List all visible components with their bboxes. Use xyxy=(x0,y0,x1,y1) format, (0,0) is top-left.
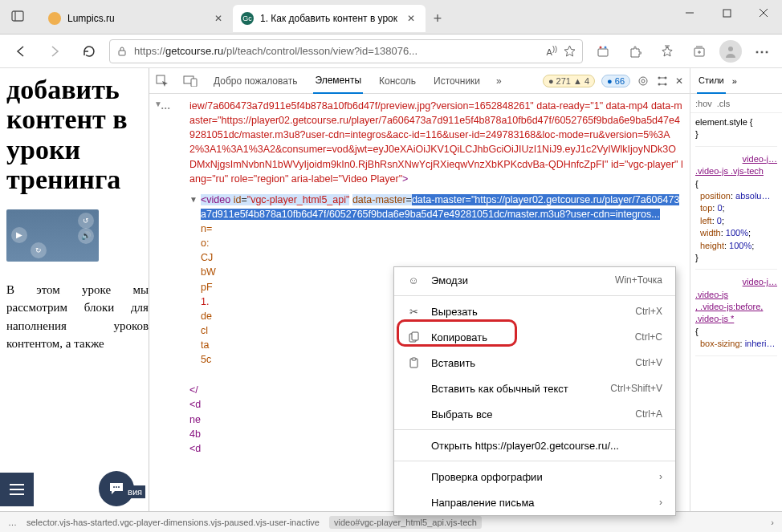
css-selector: .video-js, .video-js:before, .video-js * xyxy=(695,289,777,326)
profile-avatar[interactable] xyxy=(719,40,742,63)
tab-title: Lumpics.ru xyxy=(67,13,206,24)
close-devtools-icon[interactable]: ✕ xyxy=(675,75,683,87)
warnings-badge[interactable]: ● 271 ▲ 4 xyxy=(543,75,595,87)
play-icon[interactable]: ▶ xyxy=(11,227,27,243)
device-icon[interactable] xyxy=(183,75,198,87)
tab-console[interactable]: Консоль xyxy=(377,68,417,94)
paste-icon xyxy=(407,357,420,368)
styles-body[interactable]: element.style { } video-j… .video-js .vj… xyxy=(690,113,782,511)
ctx-select-all[interactable]: Выбрать всеCtrl+A xyxy=(394,401,675,427)
svg-rect-3 xyxy=(723,10,731,17)
more-styles-tabs-icon[interactable]: » xyxy=(732,76,737,86)
menu-hamburger-button[interactable] xyxy=(0,473,34,506)
settings-icon[interactable] xyxy=(637,75,650,87)
dock-icon[interactable] xyxy=(656,75,669,87)
css-source-link[interactable]: video-j… xyxy=(743,154,777,164)
svg-point-24 xyxy=(641,79,645,83)
extensions-icon[interactable] xyxy=(623,39,647,63)
url-text: https://getcourse.ru/pl/teach/control/le… xyxy=(134,45,540,57)
tab-strip: Lumpics.ru ✕ Gc 1. Как добавить контент … xyxy=(0,0,671,32)
back-button[interactable] xyxy=(8,39,34,64)
svg-point-16 xyxy=(728,47,733,51)
css-selector: .video-js .vjs-tech xyxy=(695,165,777,177)
forward-button[interactable] xyxy=(42,39,67,64)
svg-point-23 xyxy=(639,77,647,85)
styles-tabs: Стили » xyxy=(690,68,782,94)
cut-icon: ✂ xyxy=(407,306,420,318)
copy-icon xyxy=(407,331,420,343)
context-menu: ☺ЭмодзиWin+Точка ✂ВырезатьCtrl+X Копиров… xyxy=(393,266,676,516)
styles-filter: :hov .cls xyxy=(690,94,782,113)
svg-rect-22 xyxy=(191,79,197,87)
info-badge[interactable]: ● 66 xyxy=(601,75,630,87)
code-text: iew/7a606473a7d911e5f4b878a10fb6d47f/pre… xyxy=(189,100,683,185)
ctx-cut[interactable]: ✂ВырезатьCtrl+X xyxy=(394,298,675,324)
ctx-paste[interactable]: ВставитьCtrl+V xyxy=(394,350,675,376)
tab-title: 1. Как добавить контент в урок xyxy=(260,13,398,24)
title-bar: Lumpics.ru ✕ Gc 1. Как добавить контент … xyxy=(0,0,782,35)
url-input[interactable]: https://getcourse.ru/pl/teach/control/le… xyxy=(109,39,583,63)
expand-caret-icon[interactable]: ▼ xyxy=(189,194,198,206)
devtools-tabs: Добро пожаловать Элементы Консоль Источн… xyxy=(149,68,690,94)
volume-icon[interactable]: 🔊 xyxy=(78,228,94,244)
minimize-button[interactable] xyxy=(671,0,708,26)
css-rule: element.style { xyxy=(695,116,777,128)
reader-icon[interactable]: A)) xyxy=(547,45,557,57)
inspect-icon[interactable] xyxy=(156,75,169,87)
svg-point-19 xyxy=(118,486,120,488)
svg-rect-32 xyxy=(412,332,418,340)
close-window-button[interactable] xyxy=(745,0,782,26)
svg-rect-6 xyxy=(119,51,125,55)
lock-icon xyxy=(116,46,128,57)
page-title: добавить контент в уроки тренинга xyxy=(6,75,149,195)
page-body-text: В этом уроке мы рассмотрим блоки для нап… xyxy=(6,281,149,353)
ctx-spellcheck[interactable]: Проверка орфографии› xyxy=(394,464,675,489)
tab-welcome[interactable]: Добро пожаловать xyxy=(212,68,299,94)
favorites-icon[interactable] xyxy=(655,39,679,63)
browser-tab-2[interactable]: Gc 1. Как добавить контент в урок ✕ xyxy=(233,5,426,32)
favicon-icon xyxy=(48,12,61,25)
tab-actions-icon[interactable] xyxy=(10,8,26,24)
webpage-panel: добавить контент в уроки тренинга ▶ ↺ 🔊 … xyxy=(0,68,149,511)
forward-icon[interactable]: ↻ xyxy=(31,242,47,258)
new-tab-button[interactable]: + xyxy=(426,6,450,30)
favicon-icon: Gc xyxy=(241,12,254,25)
tab-styles[interactable]: Стили xyxy=(697,68,726,94)
rewind-icon[interactable]: ↺ xyxy=(78,213,94,229)
svg-point-18 xyxy=(116,486,117,488)
maximize-button[interactable] xyxy=(708,0,745,26)
ctx-paste-plain[interactable]: Вставить как обычный текстCtrl+Shift+V xyxy=(394,376,675,401)
ctx-copy[interactable]: КопироватьCtrl+C xyxy=(394,324,675,350)
ellipsis-icon: … xyxy=(161,99,173,113)
address-bar: https://getcourse.ru/pl/teach/control/le… xyxy=(0,35,782,68)
ctx-direction[interactable]: Направление письма› xyxy=(394,489,675,515)
ctx-open-url[interactable]: Открыть https://player02.getcourse.ru/..… xyxy=(394,433,675,458)
tab-elements[interactable]: Элементы xyxy=(313,68,363,94)
chevron-right-icon: › xyxy=(659,471,662,482)
svg-rect-0 xyxy=(12,11,23,21)
svg-point-17 xyxy=(113,486,115,488)
extension-icon[interactable] xyxy=(591,39,615,63)
close-icon[interactable]: ✕ xyxy=(212,13,225,24)
close-icon[interactable]: ✕ xyxy=(405,13,417,24)
svg-rect-7 xyxy=(598,49,608,56)
svg-rect-34 xyxy=(412,358,416,360)
breadcrumb-item[interactable]: video#vgc-player_html5_api.vjs-tech xyxy=(329,516,482,529)
cls-toggle[interactable]: .cls xyxy=(717,99,731,108)
hov-toggle[interactable]: :hov xyxy=(695,99,712,108)
styles-panel: Стили » :hov .cls element.style { } vide… xyxy=(690,68,782,511)
more-tabs-icon[interactable]: » xyxy=(496,75,502,87)
fab-label: вия xyxy=(124,485,145,498)
breadcrumb-item[interactable]: selector.vjs-has-started.vgc-player-dime… xyxy=(22,516,324,529)
window-controls xyxy=(671,0,782,26)
menu-button[interactable]: ⋯ xyxy=(750,39,774,63)
favorite-icon[interactable] xyxy=(564,45,576,57)
refresh-button[interactable] xyxy=(75,39,101,64)
ctx-emoji[interactable]: ☺ЭмодзиWin+Точка xyxy=(394,267,675,293)
css-source-link[interactable]: video-j… xyxy=(743,277,777,286)
video-thumbnail[interactable]: ▶ ↺ 🔊 ↻ xyxy=(6,209,99,262)
collections-icon[interactable] xyxy=(687,39,711,63)
emoji-icon: ☺ xyxy=(407,274,420,286)
browser-tab-1[interactable]: Lumpics.ru ✕ xyxy=(40,5,233,32)
tab-sources[interactable]: Источники xyxy=(432,68,482,94)
